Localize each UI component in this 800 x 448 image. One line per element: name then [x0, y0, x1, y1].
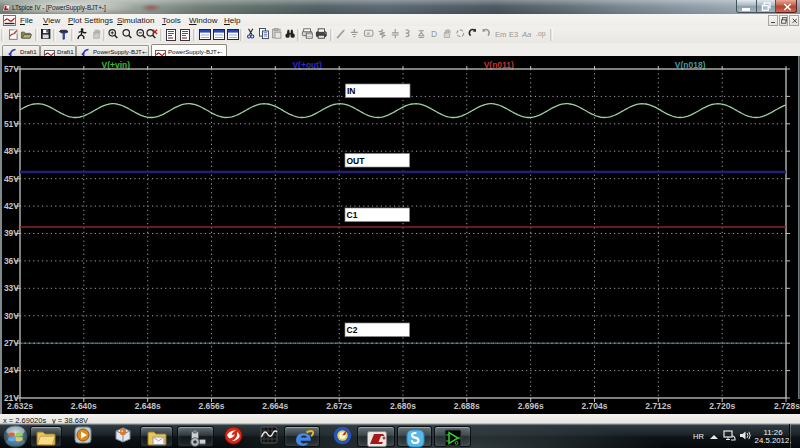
- svg-text:30V: 30V: [4, 311, 19, 321]
- svg-text:51V: 51V: [4, 119, 19, 129]
- svg-text:a: a: [367, 30, 371, 36]
- svg-text:2.680s: 2.680s: [390, 401, 416, 411]
- svg-text:39V: 39V: [4, 228, 19, 238]
- svg-text:57V: 57V: [4, 64, 19, 74]
- svg-text:54V: 54V: [4, 91, 19, 101]
- svg-text:2.640s: 2.640s: [71, 401, 97, 411]
- svg-text:2.704s: 2.704s: [582, 401, 608, 411]
- svg-text:2.672s: 2.672s: [326, 401, 352, 411]
- svg-text:36V: 36V: [4, 256, 19, 266]
- svg-text:C2: C2: [347, 325, 358, 335]
- svg-text:E3: E3: [509, 30, 518, 39]
- svg-text:V(n018): V(n018): [675, 60, 706, 70]
- svg-text:2.688s: 2.688s: [454, 401, 480, 411]
- svg-text:33V: 33V: [4, 283, 19, 293]
- svg-text:2.632s: 2.632s: [7, 401, 33, 411]
- svg-text:45V: 45V: [4, 174, 19, 184]
- svg-text:48V: 48V: [4, 146, 19, 156]
- svg-text:.op: .op: [536, 30, 546, 38]
- svg-text:V(+vin): V(+vin): [102, 60, 131, 70]
- svg-text:Em: Em: [495, 30, 506, 39]
- svg-text:IN: IN: [347, 86, 356, 96]
- svg-text:2.656s: 2.656s: [199, 401, 225, 411]
- svg-text:Aa: Aa: [521, 30, 531, 39]
- svg-text:C1: C1: [347, 210, 358, 220]
- svg-text:OUT: OUT: [347, 156, 366, 166]
- svg-text:2.720s: 2.720s: [709, 401, 735, 411]
- svg-text:D: D: [431, 29, 437, 39]
- svg-text:V(+out): V(+out): [292, 60, 322, 70]
- svg-text:2.664s: 2.664s: [262, 401, 288, 411]
- svg-text:42V: 42V: [4, 201, 19, 211]
- svg-text:2.728s: 2.728s: [774, 401, 800, 411]
- svg-text:24V: 24V: [4, 365, 19, 375]
- svg-text:V(n011): V(n011): [484, 60, 514, 70]
- svg-text:2.712s: 2.712s: [645, 401, 671, 411]
- svg-text:2.696s: 2.696s: [518, 401, 544, 411]
- svg-text:27V: 27V: [4, 338, 19, 348]
- svg-text:2.648s: 2.648s: [135, 401, 161, 411]
